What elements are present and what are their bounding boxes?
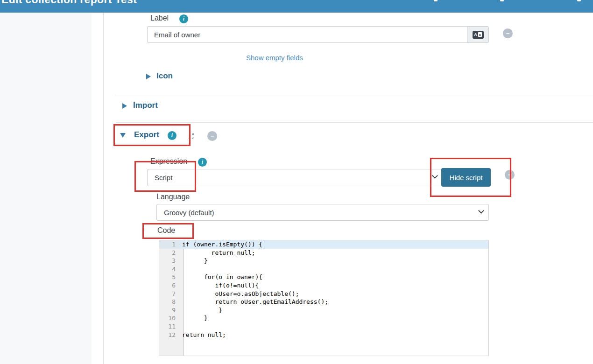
content-divider	[103, 13, 104, 364]
section-header-import[interactable]: Import	[133, 101, 158, 110]
hide-script-button[interactable]: Hide script	[441, 168, 491, 187]
code-lines: 1if (owner.isEmpty()) {2 return null;3 }…	[159, 240, 488, 339]
translate-button[interactable]: A a	[467, 27, 488, 42]
translate-letter: A	[474, 32, 477, 37]
code-line[interactable]: 8 return oUser.getEmailAddress();	[159, 298, 488, 306]
top-bar: Edit collection report Test	[0, 0, 593, 13]
info-icon[interactable]: i	[168, 131, 176, 140]
code-line[interactable]: 11	[159, 322, 488, 331]
code-text: return null;	[180, 331, 488, 339]
info-glyph: i	[183, 15, 184, 22]
minus-icon: −	[508, 171, 512, 178]
line-number: 6	[159, 281, 180, 290]
code-text	[180, 322, 488, 331]
line-number: 1	[159, 240, 180, 249]
info-glyph: i	[202, 159, 203, 166]
translate-icon: A a	[473, 31, 484, 39]
code-line[interactable]: 2 return null;	[159, 249, 488, 257]
label-input-group: A a	[147, 26, 489, 43]
code-text: return oUser.getEmailAddress();	[180, 298, 488, 306]
code-line[interactable]: 6 if(o!=null){	[159, 281, 488, 290]
code-text: }	[180, 257, 488, 265]
code-field-label: Code	[157, 226, 175, 235]
remove-export-button[interactable]: −	[207, 131, 217, 141]
info-glyph: i	[171, 132, 173, 139]
minus-icon: −	[506, 30, 510, 37]
label-field-label: Label	[150, 14, 169, 22]
translate-letter-small: a	[478, 32, 482, 37]
code-line[interactable]: 4	[159, 265, 488, 273]
minus-icon: −	[211, 133, 214, 140]
expand-arrow-icon[interactable]	[146, 74, 151, 79]
show-empty-fields-link[interactable]: Show empty fields	[246, 54, 303, 62]
line-number: 2	[159, 249, 180, 257]
line-number: 5	[159, 273, 180, 281]
info-icon[interactable]: i	[179, 14, 188, 23]
code-text: return null;	[180, 249, 488, 257]
code-line[interactable]: 3 }	[159, 257, 488, 265]
code-line[interactable]: 10 }	[159, 314, 488, 322]
code-line[interactable]: 9 }	[159, 306, 488, 315]
line-number: 8	[159, 298, 180, 306]
code-line[interactable]: 12return null;	[159, 331, 488, 339]
remove-label-button[interactable]: −	[503, 28, 513, 38]
line-number: 4	[159, 265, 180, 273]
sort-arrow-glyph: ↓	[187, 133, 191, 140]
code-text: for(o in owner){	[180, 273, 488, 281]
language-select[interactable]: Groovy (default)	[156, 204, 489, 221]
line-number: 9	[159, 306, 180, 315]
line-number: 10	[159, 314, 180, 322]
collapse-arrow-icon[interactable]	[120, 133, 126, 138]
code-text: if (owner.isEmpty()) {	[180, 240, 488, 249]
divider	[115, 122, 593, 123]
expand-arrow-icon[interactable]	[122, 103, 127, 109]
sidebar	[0, 13, 92, 364]
sort-letter-z: Z	[192, 136, 195, 140]
code-line[interactable]: 7 oUser=o.asObjectable();	[159, 290, 488, 298]
section-header-icon[interactable]: Icon	[156, 71, 173, 81]
code-text: }	[180, 314, 488, 322]
section-header-export[interactable]: Export	[134, 130, 159, 140]
line-number: 12	[159, 331, 180, 339]
code-text: }	[180, 306, 488, 315]
code-line[interactable]: 5 for(o in owner){	[159, 273, 488, 281]
topbar-icon-fragment	[434, 0, 438, 1]
expression-select-value: Script	[155, 174, 172, 182]
info-icon[interactable]: i	[198, 158, 207, 167]
language-select-value: Groovy (default)	[164, 209, 214, 217]
code-text: oUser=o.asObjectable();	[180, 290, 488, 298]
language-field-label: Language	[156, 193, 190, 201]
topbar-icon-fragment	[577, 0, 581, 1]
code-editor[interactable]: 1if (owner.isEmpty()) {2 return null;3 }…	[159, 240, 489, 356]
code-text	[180, 265, 488, 273]
topbar-icon-fragment	[500, 0, 504, 1]
line-number: 7	[159, 290, 180, 298]
code-text: if(o!=null){	[180, 281, 488, 290]
page-title: Edit collection report Test	[1, 0, 137, 6]
divider	[115, 95, 593, 95]
remove-expression-button[interactable]: −	[505, 170, 515, 180]
expression-field-label: Expression	[150, 157, 187, 166]
line-number: 11	[159, 322, 180, 331]
code-line[interactable]: 1if (owner.isEmpty()) {	[159, 240, 488, 249]
expression-select[interactable]: Script	[147, 169, 489, 186]
label-input[interactable]	[148, 27, 467, 42]
sort-alpha-icon[interactable]: ↓ A Z	[187, 132, 194, 141]
line-number: 3	[159, 257, 180, 265]
